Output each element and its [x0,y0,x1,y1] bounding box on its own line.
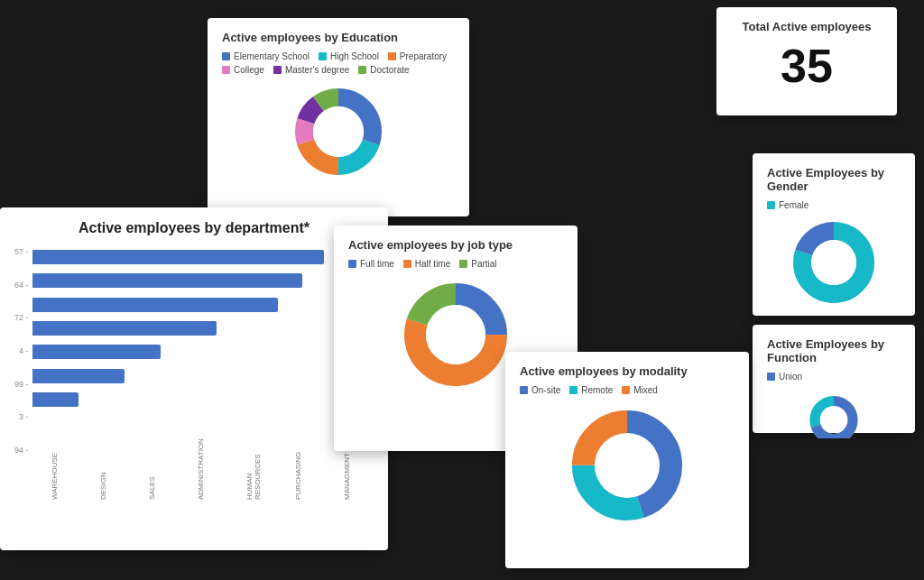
legend-item: Female [767,200,808,210]
total-active-value: 35 [731,42,882,89]
bar-x-label: DESIGN [99,455,112,500]
total-active-card: Total Active employees 35 [716,7,897,115]
bar-row [32,342,374,362]
modality-card: Active employees by modality On-siteRemo… [505,352,749,568]
education-title: Active employees by Education [222,31,455,44]
education-chart [222,82,455,181]
bar-fill [32,392,79,407]
svg-point-20 [821,408,846,433]
bar-fill [32,298,278,312]
bar-x-label: SALES [148,455,161,500]
legend-item: Elementary School [222,51,310,61]
function-title: Active Employees by Function [767,337,901,364]
bar-fill [32,369,125,383]
legend-item: Remote [569,385,613,395]
modality-chart [520,402,735,529]
y-axis-label: 57 - [14,247,29,256]
legend-item: Mixed [622,385,658,395]
bar-x-labels: WAREHOUSEDESIGNSALESADMINISTRATIONHUMAN … [32,455,374,500]
function-chart [767,389,901,438]
legend-item: Master's degree [273,65,349,75]
svg-point-7 [313,106,364,157]
svg-point-25 [595,433,660,498]
svg-point-12 [426,305,485,364]
modality-legend: On-siteRemoteMixed [520,385,735,395]
legend-item: Partial [459,259,496,269]
y-axis-label: 94 - [14,446,29,455]
bar-row [32,390,374,410]
legend-item: College [222,65,264,75]
bar-fill [32,250,324,264]
bar-x-label: MANAGMENT [343,455,356,500]
department-title: Active employees by department* [14,220,374,236]
bars-container [32,247,374,455]
gender-legend: Female [767,200,901,210]
y-axis-label: 4 - [14,346,29,355]
bar-row [32,366,374,386]
gender-chart [767,217,901,308]
bar-fill [32,321,217,336]
education-card: Active employees by Education Elementary… [208,18,469,216]
legend-item: Full time [348,259,394,269]
bar-x-label: WAREHOUSE [51,455,63,500]
bar-row [32,247,374,267]
bar-row [32,295,374,315]
bar-fill [32,345,162,359]
function-card: Active Employees by Function Union [753,325,915,433]
y-axis-label: 64 - [14,281,29,290]
legend-item: High School [319,51,379,61]
department-card: Active employees by department* 57 -64 -… [0,207,388,550]
legend-item: Doctorate [358,65,409,75]
svg-point-16 [811,240,856,285]
jobtype-title: Active employees by job type [348,238,563,252]
legend-item: Half time [403,259,450,269]
total-active-title: Total Active employees [731,20,882,33]
modality-title: Active employees by modality [520,364,735,378]
bar-x-label: PURCHASING [294,455,307,500]
education-legend: Elementary SchoolHigh SchoolPreparatoryC… [222,51,455,75]
bar-x-label: HUMAN RESOURCES [245,455,258,500]
legend-item: Preparatory [388,51,447,61]
bar-row [32,271,374,290]
bar-fill [32,273,302,288]
y-axis-label: 72 - [14,313,29,322]
bar-y-axis: 57 -64 -72 -4 -99 -3 -94 - [14,247,32,500]
y-axis-label: 99 - [14,380,29,389]
gender-title: Active Employees by Gender [767,166,901,193]
legend-item: Union [767,372,802,382]
gender-card: Active Employees by Gender Female [753,153,915,316]
bar-row [32,318,374,338]
bar-x-label: ADMINISTRATION [197,455,209,500]
department-chart-area: 57 -64 -72 -4 -99 -3 -94 - WAREHOUSEDESI… [14,247,374,500]
jobtype-legend: Full timeHalf timePartial [348,259,563,269]
y-axis-label: 3 - [14,412,29,421]
legend-item: On-site [520,385,560,395]
function-legend: Union [767,372,901,382]
